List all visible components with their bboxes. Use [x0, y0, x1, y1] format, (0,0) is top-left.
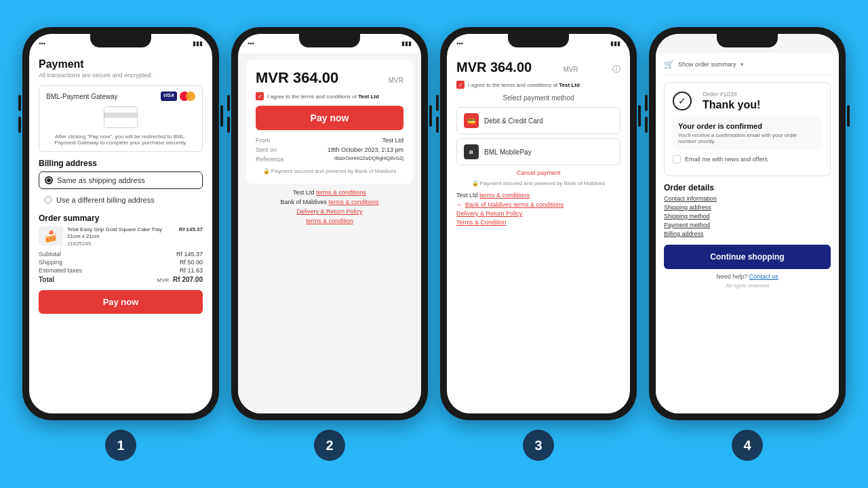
phone-3-wrapper: ▪▪▪ 16:48 ▮▮▮ MVR 364.00 MVR ⓘ ✓ I agree… — [440, 27, 637, 461]
p2-agree-text: I agree to the terms and conditions of T… — [267, 94, 379, 100]
p2-amount: MVR 364.00 — [256, 69, 338, 87]
total-amount: Rf 207.00 — [173, 276, 203, 283]
chevron-down-icon: ▾ — [741, 61, 744, 68]
p4-rights: All rights reserved — [664, 283, 831, 289]
p2-link-3[interactable]: Delivery & Return Policy — [246, 208, 413, 215]
p3-debit-card-btn[interactable]: 💳 Debit & Credit Card — [456, 107, 620, 134]
p2-sent-row: Sent on 18th October 2023, 2:13 pm — [256, 146, 403, 153]
p2-sent-label: Sent on — [256, 146, 277, 153]
order-summary-title: Order summary — [39, 214, 203, 223]
p2-payment-box: MVR 364.00 MVR ✓ I agree to the terms an… — [246, 60, 413, 184]
step-3-circle: 3 — [523, 430, 554, 461]
mobile-pay-label: BML MobilePay — [484, 148, 532, 156]
signal-icon: ▪▪▪ — [39, 40, 45, 47]
p4-email-row[interactable]: Email me with news and offers — [673, 155, 822, 163]
billing-option-2[interactable]: Use a different billing address — [39, 192, 203, 208]
p3-link-3[interactable]: Delivery & Return Policy — [456, 210, 620, 217]
notch-4 — [717, 34, 778, 47]
step-4-circle: 4 — [732, 430, 763, 461]
order-item-image: 🍰 — [39, 226, 63, 245]
p4-summary-row[interactable]: 🛒 Show order summary ▾ — [664, 60, 831, 75]
order-item-row: 🍰 Tetal Easy Grip Gold Square Cake Tray … — [39, 226, 203, 247]
debit-card-label: Debit & Credit Card — [484, 117, 543, 125]
signal-icon-2: ▪▪▪ — [248, 40, 254, 47]
total-value: MVR Rf 207.00 — [157, 276, 203, 283]
screen-1: Payment All transactions are secure and … — [29, 53, 212, 413]
p4-thank-you: Thank you! — [703, 99, 760, 111]
p3-link-2[interactable]: ← Bank of Maldives terms & conditions — [456, 201, 620, 208]
billing-title: Billing address — [39, 159, 203, 168]
p3-agree-row: ✓ I agree to the terms and conditions of… — [456, 81, 620, 89]
p4-shipping-method-link[interactable]: Shipping method — [664, 213, 831, 220]
info-icon: ⓘ — [612, 64, 620, 75]
signal-icon-3: ▪▪▪ — [456, 40, 463, 47]
phone-1: ▪▪▪ 16:48 ▮▮▮ Payment All transactions a… — [22, 27, 219, 420]
p4-details-title: Order details — [664, 183, 831, 192]
shipping-row: Shipping Rf 50.00 — [39, 259, 203, 266]
p3-link-4[interactable]: Terms & Condition — [456, 219, 620, 226]
gateway-note: After clicking "Pay now", you will be re… — [46, 134, 195, 146]
p3-secure-text: 🔒 Payment secured and powered by Bank of… — [456, 180, 620, 186]
p4-contact-link[interactable]: Contact us — [749, 273, 778, 280]
p2-secure-text: 🔒 Payment secured and powered by Bank of… — [256, 168, 403, 174]
p2-sent-value: 18th October 2023, 2:13 pm — [328, 146, 403, 153]
p3-currency: MVR — [563, 66, 578, 73]
p3-cancel-btn[interactable]: Cancel payment — [456, 169, 620, 176]
p4-billing-address-link[interactable]: Billing address — [664, 230, 831, 237]
p4-order-box: ✓ Order #1039 Thank you! Your order is c… — [664, 82, 831, 176]
check-circle-icon: ✓ — [673, 92, 692, 110]
p3-link-1[interactable]: Test Ltd terms & conditions — [456, 192, 620, 199]
p4-confirmed-title: Your order is confirmed — [678, 122, 816, 130]
card-visual — [104, 106, 138, 128]
p2-link-3-label: Delivery & Return Policy — [296, 208, 362, 215]
p2-link-4[interactable]: terms & condition — [246, 218, 413, 224]
battery-icon-2: ▮▮▮ — [401, 40, 412, 47]
p2-ref-value: rBdzrOvHHI2ZwDQRgHiQ8VGZj — [334, 156, 403, 163]
taxes-label: Estimated taxes — [39, 267, 82, 274]
taxes-row: Estimated taxes Rf 11.63 — [39, 267, 203, 274]
p3-mobile-pay-btn[interactable]: B BML MobilePay — [456, 138, 620, 165]
screen-2: MVR 364.00 MVR ✓ I agree to the terms an… — [238, 53, 421, 413]
p2-links: Test Ltd terms & conditions Bank of Mald… — [246, 189, 413, 224]
screen-4: 🛒 Show order summary ▾ ✓ Order #1039 Tha… — [656, 53, 839, 413]
p2-from-row: From Test Ltd — [256, 137, 403, 144]
phone-4-wrapper: 🛒 Show order summary ▾ ✓ Order #1039 Tha… — [649, 27, 846, 461]
continue-shopping-button[interactable]: Continue shopping — [664, 245, 831, 269]
p4-email-checkbox[interactable] — [673, 155, 681, 163]
cart-icon: 🛒 — [664, 60, 674, 69]
p4-payment-method-link[interactable]: Payment method — [664, 222, 831, 228]
battery-icon-3: ▮▮▮ — [610, 40, 620, 47]
total-row: Total MVR Rf 207.00 — [39, 276, 203, 283]
gateway-box: BML-Payment Gateway VISA — [39, 85, 203, 152]
p2-link-2[interactable]: Bank of Maldives terms & conditions — [246, 199, 413, 205]
p2-link-1[interactable]: Test Ltd terms & conditions — [246, 189, 413, 196]
phone-4: 🛒 Show order summary ▾ ✓ Order #1039 Tha… — [649, 27, 846, 420]
p4-summary-label: Show order summary — [678, 61, 736, 68]
p3-agree-text: I agree to the terms and conditions of T… — [468, 82, 580, 88]
mobile-pay-icon: B — [464, 144, 479, 159]
back-arrow-icon: ← — [456, 201, 463, 208]
billing-option-1-label: Same as shipping address — [57, 176, 145, 184]
p2-link-1-label: Test Ltd terms & conditions — [293, 189, 366, 196]
p2-pay-button[interactable]: Pay now — [256, 106, 403, 130]
p3-amount: MVR 364.00 — [456, 60, 532, 75]
step-1-circle: 1 — [105, 430, 136, 461]
phone-2: ▪▪▪ 16:48 ▮▮▮ MVR 364.00 MVR ✓ I agree t… — [231, 27, 428, 420]
billing-option-1[interactable]: Same as shipping address — [39, 171, 203, 189]
p2-link-4-label: terms & condition — [306, 218, 353, 224]
battery-icon: ▮▮▮ — [193, 40, 203, 47]
p3-agree-brand: Test Ltd — [559, 82, 580, 88]
p3-checkbox[interactable]: ✓ — [456, 81, 465, 89]
mastercard-icon — [180, 92, 195, 101]
p2-checkbox[interactable]: ✓ — [256, 92, 264, 100]
order-item-name: Tetal Easy Grip Gold Square Cake Tray 21… — [67, 226, 175, 241]
p4-shipping-address-link[interactable]: Shipping address — [664, 204, 831, 211]
subtotal-row: Subtotal Rf 145.37 — [39, 251, 203, 258]
phone-3: ▪▪▪ 16:48 ▮▮▮ MVR 364.00 MVR ⓘ ✓ I agree… — [440, 27, 637, 420]
debit-card-icon: 💳 — [464, 113, 479, 128]
p4-confirmed-text: You'll receive a confirmation email with… — [678, 132, 816, 144]
p4-contact-info-link[interactable]: Contact information — [664, 195, 831, 202]
pay-now-button[interactable]: Pay now — [39, 290, 203, 314]
payment-subtitle: All transactions are secure and encrypte… — [39, 72, 203, 79]
total-currency: MVR — [157, 277, 170, 283]
